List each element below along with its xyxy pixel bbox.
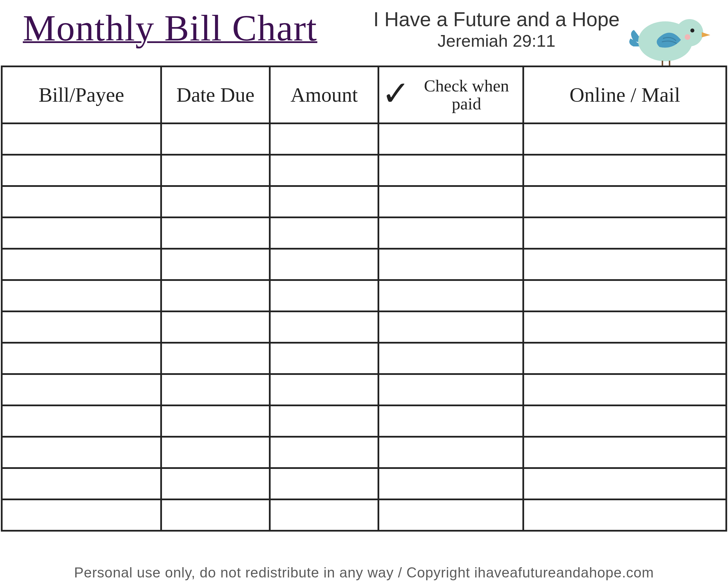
cell-check-when-paid[interactable] [379,343,523,374]
quote-line-2: Jeremiah 29:11 [373,32,620,50]
quote-block: I Have a Future and a Hope Jeremiah 29:1… [373,8,620,50]
cell-bill-payee[interactable] [2,343,161,374]
cell-date-due[interactable] [161,406,270,437]
bill-chart-table: Bill/Payee Date Due Amount ✓ Check when … [1,65,727,532]
cell-online-mail[interactable] [523,280,726,311]
cell-amount[interactable] [270,123,379,155]
cell-online-mail[interactable] [523,217,726,249]
cell-bill-payee[interactable] [2,123,161,155]
table-row [2,468,726,499]
cell-date-due[interactable] [161,155,270,186]
quote-line-1: I Have a Future and a Hope [373,8,620,30]
cell-amount[interactable] [270,155,379,186]
svg-point-2 [691,28,694,32]
cell-date-due[interactable] [161,374,270,406]
check-when-paid-label: Check when paid [413,77,520,113]
col-header-check-when-paid: ✓ Check when paid [379,66,523,123]
table-row [2,499,726,531]
check-icon: ✓ [382,76,410,110]
cell-check-when-paid[interactable] [379,123,523,155]
svg-point-3 [685,34,691,40]
cell-bill-payee[interactable] [2,406,161,437]
bird-icon [625,10,711,67]
cell-amount[interactable] [270,186,379,217]
col-header-online-mail: Online / Mail [523,66,726,123]
cell-online-mail[interactable] [523,499,726,531]
table-row [2,311,726,343]
cell-online-mail[interactable] [523,343,726,374]
cell-online-mail[interactable] [523,406,726,437]
cell-date-due[interactable] [161,499,270,531]
table-row [2,437,726,468]
cell-amount[interactable] [270,217,379,249]
cell-check-when-paid[interactable] [379,217,523,249]
footer-text: Personal use only, do not redistribute i… [0,562,728,582]
cell-bill-payee[interactable] [2,437,161,468]
cell-date-due[interactable] [161,343,270,374]
cell-amount[interactable] [270,468,379,499]
cell-check-when-paid[interactable] [379,249,523,280]
cell-bill-payee[interactable] [2,186,161,217]
cell-bill-payee[interactable] [2,249,161,280]
cell-check-when-paid[interactable] [379,186,523,217]
cell-online-mail[interactable] [523,155,726,186]
cell-online-mail[interactable] [523,311,726,343]
table-row [2,186,726,217]
cell-amount[interactable] [270,374,379,406]
cell-amount[interactable] [270,311,379,343]
table-row [2,249,726,280]
cell-bill-payee[interactable] [2,374,161,406]
cell-date-due[interactable] [161,186,270,217]
cell-date-due[interactable] [161,249,270,280]
cell-online-mail[interactable] [523,249,726,280]
table-row [2,155,726,186]
table-row [2,123,726,155]
cell-check-when-paid[interactable] [379,468,523,499]
table-row [2,343,726,374]
cell-bill-payee[interactable] [2,155,161,186]
table-row [2,374,726,406]
cell-check-when-paid[interactable] [379,499,523,531]
cell-check-when-paid[interactable] [379,374,523,406]
cell-check-when-paid[interactable] [379,280,523,311]
table-row [2,217,726,249]
cell-amount[interactable] [270,437,379,468]
col-header-bill-payee: Bill/Payee [2,66,161,123]
cell-amount[interactable] [270,249,379,280]
table-header-row: Bill/Payee Date Due Amount ✓ Check when … [2,66,726,123]
svg-point-1 [676,19,703,47]
cell-amount[interactable] [270,343,379,374]
cell-amount[interactable] [270,406,379,437]
cell-date-due[interactable] [161,468,270,499]
cell-check-when-paid[interactable] [379,155,523,186]
cell-bill-payee[interactable] [2,311,161,343]
cell-date-due[interactable] [161,311,270,343]
cell-date-due[interactable] [161,280,270,311]
cell-check-when-paid[interactable] [379,437,523,468]
cell-check-when-paid[interactable] [379,311,523,343]
cell-bill-payee[interactable] [2,217,161,249]
cell-bill-payee[interactable] [2,280,161,311]
table-body [2,123,726,531]
cell-online-mail[interactable] [523,186,726,217]
cell-date-due[interactable] [161,123,270,155]
cell-online-mail[interactable] [523,374,726,406]
cell-check-when-paid[interactable] [379,406,523,437]
cell-date-due[interactable] [161,437,270,468]
cell-online-mail[interactable] [523,468,726,499]
col-header-amount: Amount [270,66,379,123]
cell-bill-payee[interactable] [2,468,161,499]
col-header-date-due: Date Due [161,66,270,123]
cell-bill-payee[interactable] [2,499,161,531]
cell-date-due[interactable] [161,217,270,249]
page: Monthly Bill Chart I Have a Future and a… [0,0,728,582]
cell-amount[interactable] [270,499,379,531]
table-row [2,280,726,311]
cell-online-mail[interactable] [523,123,726,155]
cell-amount[interactable] [270,280,379,311]
header: Monthly Bill Chart I Have a Future and a… [0,0,728,63]
table-row [2,406,726,437]
cell-online-mail[interactable] [523,437,726,468]
